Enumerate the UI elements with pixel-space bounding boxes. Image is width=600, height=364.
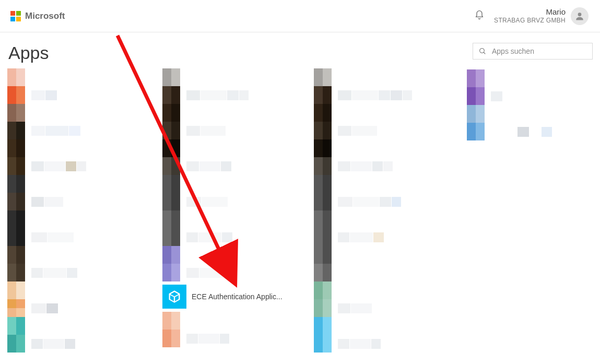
list-item[interactable] <box>314 264 468 281</box>
notifications-button[interactable] <box>474 9 485 23</box>
list-item[interactable] <box>7 86 161 104</box>
app-tile-label: ECE Authentication Applic... <box>192 292 283 301</box>
list-item[interactable] <box>162 246 316 264</box>
list-item[interactable] <box>162 122 316 139</box>
list-item[interactable] <box>467 123 600 140</box>
list-item[interactable] <box>7 246 161 264</box>
list-item[interactable] <box>7 264 161 281</box>
search-box[interactable] <box>473 43 593 60</box>
search-input[interactable] <box>491 46 587 56</box>
list-item[interactable] <box>7 104 161 122</box>
list-item[interactable] <box>314 175 468 193</box>
list-item[interactable] <box>162 175 316 193</box>
list-item[interactable] <box>314 335 468 353</box>
list-item[interactable] <box>314 122 468 139</box>
list-item[interactable] <box>467 69 600 87</box>
user-text: Mario STRABAG BRVZ GMBH <box>494 7 566 24</box>
list-item[interactable] <box>314 246 468 264</box>
list-item[interactable] <box>314 104 468 122</box>
app-tile-icon <box>162 285 186 309</box>
list-item[interactable] <box>162 330 316 347</box>
list-item[interactable] <box>7 139 161 157</box>
list-item[interactable] <box>162 210 316 228</box>
list-item[interactable] <box>162 104 316 122</box>
header-right: Mario STRABAG BRVZ GMBH <box>474 7 589 25</box>
microsoft-logo-icon <box>10 11 21 21</box>
user-org: STRABAG BRVZ GMBH <box>494 17 566 24</box>
list-item[interactable] <box>314 193 468 210</box>
list-item[interactable] <box>314 68 468 86</box>
list-item[interactable] <box>314 299 468 317</box>
list-item[interactable] <box>7 299 161 317</box>
svg-point-0 <box>578 13 582 16</box>
list-item[interactable] <box>314 139 468 157</box>
person-icon <box>574 11 585 21</box>
search-icon <box>478 47 487 55</box>
list-item[interactable] <box>7 335 161 353</box>
list-item[interactable] <box>162 68 316 86</box>
brand-text: Microsoft <box>25 11 65 21</box>
cube-icon <box>167 289 182 304</box>
svg-line-2 <box>484 52 485 54</box>
list-item[interactable] <box>314 317 468 335</box>
list-item[interactable] <box>7 228 161 246</box>
list-item[interactable] <box>7 68 161 86</box>
list-item[interactable] <box>162 193 316 210</box>
page-title: Apps <box>8 43 49 63</box>
user-name: Mario <box>494 7 566 17</box>
bell-icon <box>474 9 485 21</box>
list-item[interactable] <box>314 210 468 228</box>
list-item[interactable] <box>7 317 161 335</box>
list-item[interactable] <box>162 264 316 281</box>
list-item[interactable] <box>314 157 468 175</box>
list-item[interactable] <box>162 228 316 246</box>
list-item[interactable] <box>162 157 316 175</box>
list-item[interactable] <box>314 228 468 246</box>
list-item[interactable] <box>7 175 161 193</box>
user-menu[interactable]: Mario STRABAG BRVZ GMBH <box>494 7 589 25</box>
main-content: Apps <box>0 32 600 67</box>
list-item[interactable] <box>162 139 316 157</box>
list-item[interactable] <box>7 193 161 210</box>
list-item[interactable] <box>467 87 600 105</box>
brand-block: Microsoft <box>10 11 65 21</box>
list-item[interactable] <box>467 105 600 123</box>
app-tile-ece[interactable]: ECE Authentication Applic... <box>162 285 316 309</box>
list-item[interactable] <box>7 281 161 299</box>
list-item[interactable] <box>7 157 161 175</box>
avatar <box>571 7 589 25</box>
list-item[interactable] <box>7 210 161 228</box>
header-bar: Microsoft Mario STRABAG BRVZ GMBH <box>0 0 600 32</box>
list-item[interactable] <box>162 86 316 104</box>
list-item[interactable] <box>7 122 161 139</box>
list-item[interactable] <box>162 312 316 330</box>
list-item[interactable] <box>314 86 468 104</box>
list-item[interactable] <box>314 281 468 299</box>
